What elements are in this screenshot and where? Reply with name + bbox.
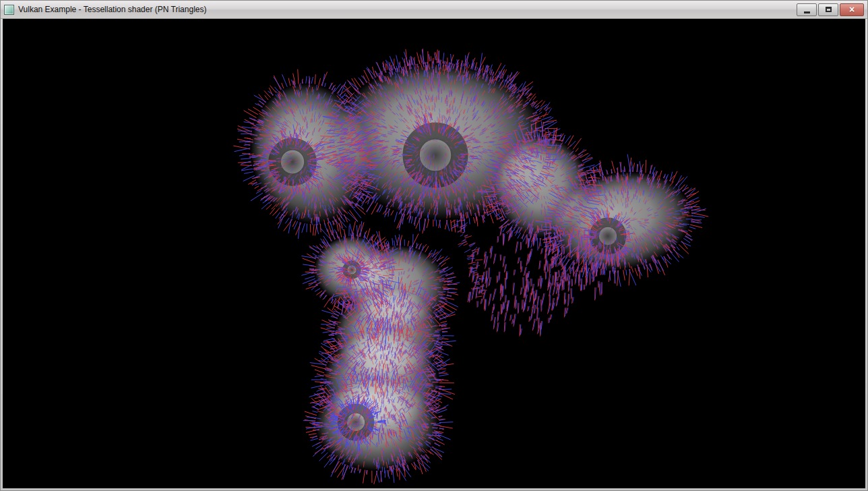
- title-bar[interactable]: Vulkan Example - Tessellation shader (PN…: [1, 1, 867, 19]
- maximize-button[interactable]: [818, 3, 838, 16]
- window-title: Vulkan Example - Tessellation shader (PN…: [18, 5, 793, 14]
- close-icon: ×: [849, 5, 855, 14]
- app-window: Vulkan Example - Tessellation shader (PN…: [0, 0, 868, 491]
- window-icon: [4, 5, 14, 15]
- maximize-icon: [826, 7, 832, 12]
- minimize-icon: [804, 11, 810, 13]
- client-area: [3, 19, 865, 488]
- minimize-button[interactable]: [797, 3, 817, 16]
- window-controls: ×: [797, 3, 864, 16]
- close-button[interactable]: ×: [840, 3, 864, 16]
- render-viewport[interactable]: [3, 19, 865, 488]
